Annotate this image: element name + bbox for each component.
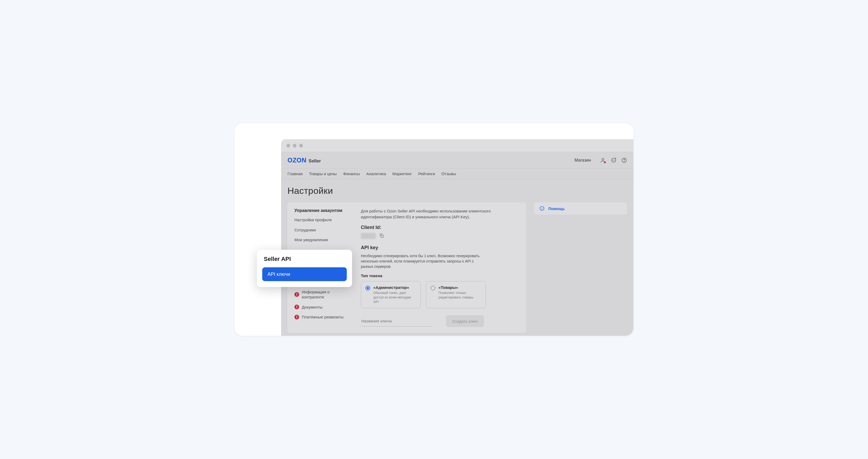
token-type-label: Тип токена: [361, 274, 519, 278]
nav-item-reviews[interactable]: Отзывы: [441, 171, 456, 176]
token-card-products[interactable]: «Товары» Позволяет только редактировать …: [426, 281, 486, 308]
svg-point-3: [614, 160, 615, 160]
radio-selected-icon: [365, 286, 370, 290]
api-key-desc: Необходимо сгенерировать хотя бы 1 ключ.…: [361, 253, 483, 269]
copy-icon[interactable]: [379, 233, 384, 239]
api-key-label: API key: [361, 245, 519, 251]
nav-item-home[interactable]: Главная: [287, 171, 303, 176]
svg-point-2: [614, 160, 614, 160]
token-card-sub: Обычный токен, дает доступ ко всем метод…: [373, 291, 416, 304]
alert-icon: [294, 305, 299, 309]
alert-icon: [294, 315, 299, 319]
sidebar-heading: Управление аккаунтом: [294, 208, 350, 213]
help-label: Помощь: [548, 206, 565, 211]
chat-icon[interactable]: [611, 157, 616, 163]
client-id-label: Client Id:: [361, 225, 519, 230]
sidebar-item-documents[interactable]: Документы: [294, 305, 350, 310]
token-card-admin[interactable]: «Администратор» Обычный токен, дает дост…: [361, 281, 421, 308]
sidebar-item-profile[interactable]: Настройки профиля: [294, 217, 350, 223]
brand-logo-sub: Seller: [308, 159, 321, 164]
svg-point-0: [602, 158, 604, 160]
info-icon: [539, 206, 545, 211]
topbar: OZON Seller Магазин: [281, 152, 633, 169]
nav-item-marketing[interactable]: Маркетинг: [392, 171, 412, 176]
create-key-button[interactable]: Создать ключ: [446, 315, 484, 327]
help-panel[interactable]: Помощь: [534, 202, 627, 214]
nav-item-ratings[interactable]: Рейтинги: [418, 171, 435, 176]
token-card-title: «Администратор»: [373, 285, 416, 290]
titlebar: [281, 139, 633, 152]
key-name-input[interactable]: [361, 316, 433, 326]
sidebar-item-employees[interactable]: Сотрудники: [294, 227, 350, 233]
api-keys-button[interactable]: API ключи: [262, 267, 347, 281]
alert-icon: [294, 292, 299, 297]
sidebar-item-counterparty[interactable]: Информация о контрагенте: [294, 289, 350, 300]
help-icon[interactable]: [621, 157, 627, 163]
window-dot-close[interactable]: [286, 144, 290, 147]
seller-api-popup: Seller API API ключи: [257, 250, 352, 287]
create-key-row: Создать ключ: [361, 315, 519, 327]
radio-icon: [431, 286, 435, 290]
main-nav: Главная Товары и цены Финансы Аналитика …: [281, 169, 633, 179]
brand-logo-main: OZON: [287, 156, 306, 164]
brand-logo[interactable]: OZON Seller: [287, 156, 321, 164]
user-notification-dot: [604, 161, 606, 163]
popup-title: Seller API: [262, 256, 347, 262]
store-link[interactable]: Магазин: [575, 158, 591, 163]
nav-item-products[interactable]: Товары и цены: [309, 171, 337, 176]
intro-text: Для работы с Ozon Seller API необходимо …: [361, 208, 494, 220]
token-cards: «Администратор» Обычный токен, дает дост…: [361, 281, 519, 308]
svg-rect-6: [381, 235, 383, 237]
topbar-icons: [600, 157, 627, 163]
sidebar-item-notifications[interactable]: Мои уведомления: [294, 237, 350, 242]
user-icon[interactable]: [600, 157, 606, 163]
window-dot-zoom[interactable]: [299, 144, 303, 147]
sidebar-item-payment[interactable]: Платёжные реквизиты: [294, 314, 350, 320]
nav-item-finance[interactable]: Финансы: [343, 171, 360, 176]
window-dot-minimize[interactable]: [293, 144, 297, 147]
client-id-value-blurred: [361, 233, 376, 239]
browser-window: OZON Seller Магазин Главная Товары и: [281, 139, 633, 336]
token-card-sub: Позволяет только редактировать товары: [438, 291, 481, 300]
stage: OZON Seller Магазин Главная Товары и: [235, 123, 633, 336]
page-title: Настройки: [287, 185, 627, 196]
nav-item-analytics[interactable]: Аналитика: [366, 171, 386, 176]
token-card-title: «Товары»: [438, 285, 481, 290]
client-id-row: [361, 233, 519, 239]
content: Для работы с Ozon Seller API необходимо …: [361, 208, 519, 327]
